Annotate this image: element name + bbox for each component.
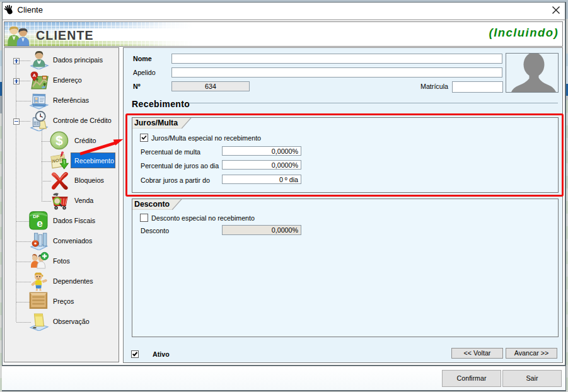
svg-text:A: A	[33, 72, 37, 78]
svg-text:$: $	[55, 133, 63, 147]
svg-text:99: 99	[43, 76, 46, 79]
svg-text:e: e	[37, 217, 43, 229]
